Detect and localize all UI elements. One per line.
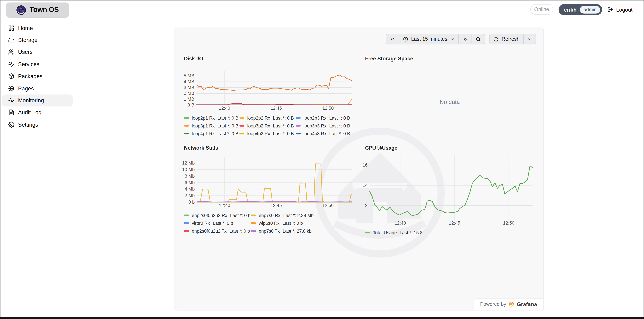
legend-disk-io: loop2p1 RxLast *: 0 Bloop2p2 RxLast *: 0… xyxy=(184,114,350,138)
svg-text:10 Mb: 10 Mb xyxy=(182,167,194,172)
app-logo-chip[interactable]: Town OS xyxy=(6,2,69,18)
legend-series-name: enp2s0f0u2u2 Rx xyxy=(192,213,227,218)
svg-text:12:40: 12:40 xyxy=(218,106,230,111)
legend-swatch xyxy=(240,125,244,127)
legend-swatch xyxy=(251,214,256,216)
legend-swatch xyxy=(184,214,189,216)
legend-item[interactable]: enp2s0f0u2u2 RxLast *: 0 b xyxy=(184,211,251,219)
svg-text:12 Mb: 12 Mb xyxy=(182,160,194,165)
legend-swatch xyxy=(296,133,300,135)
chart-canvas-disk-io[interactable]: 0 B1 MB2 MB3 MB4 MB5 MB12:4012:4512:50 xyxy=(179,71,356,112)
legend-series-name: enp2s0f0u2u2 Tx xyxy=(192,228,226,233)
logout-button[interactable]: Logout xyxy=(608,6,632,13)
sidebar-item-monitoring[interactable]: Monitoring xyxy=(2,94,72,107)
powered-by-grafana[interactable]: Powered by Grafana xyxy=(474,298,543,309)
grafana-brand-label: Grafana xyxy=(517,301,537,307)
sidebar-item-label: Users xyxy=(18,49,32,55)
svg-text:4 Mb: 4 Mb xyxy=(184,186,194,191)
legend-item[interactable]: loop2p2 RxLast *: 0 B xyxy=(240,114,296,122)
legend-item[interactable]: loop3p1 RxLast *: 0 B xyxy=(184,122,240,130)
chevrons-left-icon xyxy=(390,36,395,42)
legend-swatch xyxy=(184,117,189,119)
legend-cpu-usage: Total UsageLast *: 15.8 xyxy=(365,229,422,237)
chevron-down-icon xyxy=(527,37,532,41)
legend-item[interactable]: virbr0 RxLast *: 0 b xyxy=(184,219,251,227)
sidebar-item-label: Packages xyxy=(18,73,42,80)
chevrons-right-icon xyxy=(463,36,468,42)
legend-item[interactable]: wlp6s0 RxLast *: 0 b xyxy=(251,219,314,227)
legend-series-name: loop3p1 Rx xyxy=(192,123,214,128)
legend-item[interactable]: loop4p3 RxLast *: 0 B xyxy=(296,130,350,138)
legend-series-name: Total Usage xyxy=(373,230,397,235)
refresh-interval-button[interactable] xyxy=(523,34,536,44)
panel-title-cpu-usage: CPU %Usage xyxy=(365,145,397,151)
logout-label: Logout xyxy=(616,6,632,13)
sidebar-item-label: Audit Log xyxy=(18,110,42,116)
time-shift-back-button[interactable] xyxy=(386,34,399,44)
svg-text:12: 12 xyxy=(362,203,368,208)
legend-item[interactable]: enp2s0f0u2u2 TxLast *: 0 b xyxy=(184,227,251,235)
time-range-label: Last 15 minutes xyxy=(411,36,448,42)
legend-item[interactable]: loop3p3 RxLast *: 0 B xyxy=(296,122,350,130)
gear-icon xyxy=(8,122,14,128)
user-pill[interactable]: erikh admin xyxy=(558,4,602,15)
legend-series-value: Last *: 15.8 xyxy=(400,230,422,235)
legend-item[interactable]: loop2p3 RxLast *: 0 B xyxy=(296,114,350,122)
sidebar-item-packages[interactable]: Packages xyxy=(2,70,72,82)
legend-series-value: Last *: 0 b xyxy=(213,221,233,226)
main-content: Last 15 minutes xyxy=(75,19,644,319)
legend-item[interactable]: enp7s0 TxLast *: 27.8 kb xyxy=(251,227,314,235)
sidebar: Town OS Home Storage Users Services xyxy=(0,0,75,319)
sidebar-item-audit-log[interactable]: Audit Log xyxy=(2,107,72,119)
legend-series-value: Last *: 2.39 Mb xyxy=(283,213,314,218)
powered-by-label: Powered by xyxy=(480,301,506,307)
sidebar-item-pages[interactable]: Pages xyxy=(2,82,72,94)
svg-text:8 Mb: 8 Mb xyxy=(184,173,194,178)
legend-series-value: Last *: 0 B xyxy=(218,116,238,120)
legend-series-value: Last *: 0 B xyxy=(218,123,238,128)
time-range-picker[interactable]: Last 15 minutes xyxy=(399,34,458,44)
svg-text:14: 14 xyxy=(362,182,368,187)
legend-series-value: Last *: 0 B xyxy=(218,131,238,136)
sidebar-item-services[interactable]: Services xyxy=(2,58,72,70)
legend-series-value: Last *: 0 B xyxy=(273,123,294,128)
refresh-label: Refresh xyxy=(502,36,520,42)
legend-item[interactable]: loop4p1 RxLast *: 0 B xyxy=(184,130,240,138)
top-header: Online erikh admin Logout xyxy=(75,0,644,19)
sidebar-item-settings[interactable]: Settings xyxy=(2,119,72,131)
legend-series-value: Last *: 27.8 kb xyxy=(282,228,312,233)
time-range-group: Last 15 minutes xyxy=(386,34,485,45)
legend-item[interactable]: loop3p2 RxLast *: 0 B xyxy=(240,122,296,130)
legend-series-value: Last *: 0 B xyxy=(273,116,294,120)
legend-item[interactable]: Total UsageLast *: 15.8 xyxy=(365,229,422,237)
refresh-icon xyxy=(493,36,499,42)
legend-network-stats: enp2s0f0u2u2 RxLast *: 0 benp7s0 RxLast … xyxy=(184,211,314,235)
legend-swatch xyxy=(240,133,244,135)
legend-swatch xyxy=(296,125,300,127)
legend-swatch xyxy=(184,125,189,127)
legend-item[interactable]: loop4p2 RxLast *: 0 B xyxy=(240,130,296,138)
svg-text:2 MB: 2 MB xyxy=(184,91,194,96)
refresh-button[interactable]: Refresh xyxy=(490,34,523,44)
refresh-group: Refresh xyxy=(489,34,536,45)
sidebar-item-storage[interactable]: Storage xyxy=(2,34,72,46)
svg-text:12:40: 12:40 xyxy=(394,220,406,225)
sidebar-item-label: Services xyxy=(18,61,40,67)
legend-series-name: virbr0 Rx xyxy=(192,221,210,226)
status-badge: Online xyxy=(530,4,553,15)
zoom-out-button[interactable] xyxy=(472,34,484,44)
legend-item[interactable]: enp7s0 RxLast *: 2.39 Mb xyxy=(251,211,314,219)
time-shift-forward-button[interactable] xyxy=(458,34,472,44)
panel-title-network-stats: Network Stats xyxy=(184,145,218,151)
chart-canvas-cpu-usage[interactable]: 12141612:4012:4512:50 xyxy=(360,155,536,230)
sidebar-nav: Home Storage Users Services Packages xyxy=(0,22,75,131)
globe-icon xyxy=(8,85,14,92)
sidebar-item-label: Home xyxy=(18,25,33,31)
sidebar-item-users[interactable]: Users xyxy=(2,46,72,58)
legend-item[interactable]: loop2p1 RxLast *: 0 B xyxy=(184,114,240,122)
legend-swatch xyxy=(251,230,256,232)
legend-series-value: Last *: 0 B xyxy=(273,131,294,136)
sidebar-item-home[interactable]: Home xyxy=(2,22,72,34)
chart-canvas-network-stats[interactable]: 0 b2 Mb4 Mb6 Mb8 Mb10 Mb12 Mb12:4012:451… xyxy=(179,157,356,209)
legend-series-value: Last *: 0 B xyxy=(329,116,350,120)
